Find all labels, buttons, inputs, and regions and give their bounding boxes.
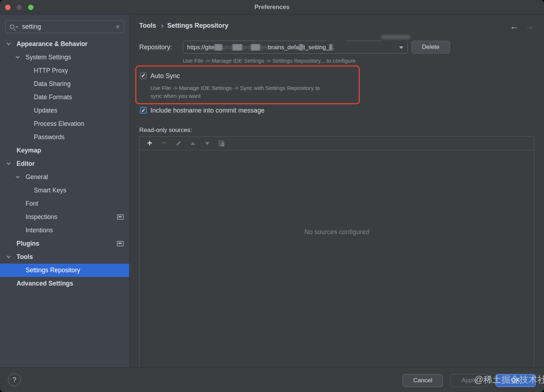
sidebar-item-label: Process Elevation [0, 120, 84, 128]
sidebar-item-advanced-settings[interactable]: Advanced Settings [0, 277, 129, 290]
url-segment: t_setting_ [303, 44, 329, 51]
url-segment: . [332, 44, 334, 51]
censored-url-segment: g [329, 44, 332, 51]
censored-url-segment: ject [251, 44, 260, 51]
sidebar-item-label: Updates [0, 107, 57, 114]
forward-arrow-icon[interactable]: → [525, 21, 534, 31]
settings-search-box[interactable]: × [5, 20, 124, 33]
read-only-sources-panel: +− No sources configured [139, 136, 534, 372]
delete-button[interactable]: Delete [411, 41, 450, 54]
clear-search-icon[interactable]: × [115, 23, 120, 30]
repository-hint: Use File -> Manage IDE Settings -> Setti… [183, 58, 355, 64]
sidebar-item-label: Keymap [0, 147, 41, 154]
repository-combobox[interactable]: https://gitee.com/jer_project/jetbrains_… [183, 41, 408, 54]
search-icon[interactable] [10, 24, 18, 29]
sidebar-item-label: Tools [0, 253, 33, 261]
sidebar-item-appearance-behavior[interactable]: Appearance & Behavior [0, 37, 129, 51]
include-hostname-checkbox[interactable]: ✓ [140, 107, 147, 114]
repository-label: Repository: [139, 44, 172, 51]
sidebar-item-inspections[interactable]: Inspections [0, 210, 129, 224]
url-segment: /jet [260, 44, 268, 51]
sidebar-item-label: HTTP Proxy [0, 67, 68, 74]
sidebar-item-general[interactable]: General [0, 170, 129, 184]
read-only-sources-label: Read-only sources: [139, 127, 192, 134]
sidebar-item-smart-keys[interactable]: Smart Keys [0, 184, 129, 197]
sidebar-item-font[interactable]: Font [0, 197, 129, 210]
sidebar-item-editor[interactable]: Editor [0, 157, 129, 170]
edit-icon[interactable] [171, 138, 186, 149]
breadcrumb-separator-icon [160, 24, 163, 28]
url-segment: https://gite [187, 44, 214, 51]
sidebar-tree: Appearance & BehaviorSystem SettingsHTTP… [0, 37, 129, 290]
censor-smudge [326, 38, 346, 42]
breadcrumb-tools[interactable]: Tools [139, 22, 156, 29]
auto-sync-description: Use File -> Manage IDE Settings -> Sync … [150, 84, 320, 100]
window-title: Preferences [0, 0, 544, 14]
sidebar-item-label: General [0, 173, 48, 181]
censored-url-segment: jer_ [232, 44, 242, 51]
duplicate-icon[interactable] [214, 138, 229, 149]
sidebar-item-label: Date Formats [0, 94, 72, 101]
footer-bar: ? Cancel Apply OK [0, 367, 544, 392]
sidebar-item-plugins[interactable]: Plugins [0, 237, 129, 250]
sidebar-item-tools[interactable]: Tools [0, 250, 129, 264]
empty-sources-text: No sources configured [140, 228, 534, 236]
sidebar-item-label: Intentions [0, 227, 53, 234]
url-segment: om/ [222, 44, 232, 51]
sidebar-item-passwords[interactable]: Passwords [0, 131, 129, 144]
title-bar: Preferences [0, 0, 544, 14]
sidebar-item-system-settings[interactable]: System Settings [0, 51, 129, 64]
search-input[interactable] [22, 23, 115, 31]
ok-button[interactable]: OK [495, 374, 536, 387]
help-button[interactable]: ? [8, 373, 21, 386]
sidebar-item-updates[interactable]: Updates [0, 104, 129, 117]
move-down-icon[interactable] [200, 138, 214, 149]
window-icon [117, 214, 124, 220]
move-up-icon[interactable] [186, 138, 200, 149]
sidebar-item-process-elevation[interactable]: Process Elevation [0, 117, 129, 131]
sidebar-item-label: Passwords [0, 133, 65, 141]
sidebar-item-label: Editor [0, 160, 35, 168]
censor-smudge [381, 35, 410, 39]
cancel-button[interactable]: Cancel [403, 374, 443, 387]
include-hostname-label[interactable]: Include hostname into commit message [150, 107, 264, 114]
sidebar-item-settings-repository[interactable]: Settings Repository [0, 264, 129, 277]
breadcrumb: Tools Settings Repository [139, 22, 228, 29]
sidebar-item-label: Inspections [0, 213, 58, 221]
add-icon[interactable]: + [142, 138, 157, 149]
repository-url: https://gitee.com/jer_project/jetbrains_… [187, 44, 334, 51]
remove-icon[interactable]: − [157, 138, 171, 149]
url-segment: pro [242, 44, 251, 51]
sidebar-item-label: Appearance & Behavior [0, 40, 87, 48]
url-segment: brains_defa [268, 44, 299, 51]
sidebar-item-label: Plugins [0, 240, 39, 247]
censored-url-segment: e.c [214, 44, 222, 51]
sidebar-item-label: Settings Repository [0, 266, 80, 274]
search-options-caret-icon[interactable] [15, 26, 18, 28]
sidebar-item-label: Smart Keys [0, 187, 66, 194]
sidebar-item-label: Data Sharing [0, 80, 71, 88]
sidebar-item-intentions[interactable]: Intentions [0, 224, 129, 237]
sidebar-item-label: System Settings [0, 54, 71, 61]
censored-url-segment: u' [299, 44, 303, 51]
sidebar-item-http-proxy[interactable]: HTTP Proxy [0, 64, 129, 77]
apply-button[interactable]: Apply [450, 374, 488, 387]
combobox-dropdown-icon[interactable] [399, 46, 403, 49]
sidebar-item-label: Font [0, 200, 38, 208]
settings-sidebar: × Appearance & BehaviorSystem SettingsHT… [0, 15, 130, 367]
sidebar-item-date-formats[interactable]: Date Formats [0, 91, 129, 104]
sidebar-item-label: Advanced Settings [0, 280, 73, 287]
preferences-window: Preferences × Appearance & BehaviorSyste… [0, 0, 544, 392]
back-arrow-icon[interactable]: ← [510, 21, 518, 31]
sidebar-item-keymap[interactable]: Keymap [0, 144, 129, 157]
window-icon [117, 241, 124, 246]
auto-sync-checkbox[interactable]: ✓ [140, 72, 147, 79]
sources-toolbar: +− [140, 137, 534, 150]
auto-sync-label[interactable]: Auto Sync [150, 72, 180, 80]
sidebar-item-data-sharing[interactable]: Data Sharing [0, 77, 129, 91]
breadcrumb-current: Settings Repository [167, 22, 228, 29]
settings-content: Tools Settings Repository ← → Repository… [130, 15, 544, 367]
